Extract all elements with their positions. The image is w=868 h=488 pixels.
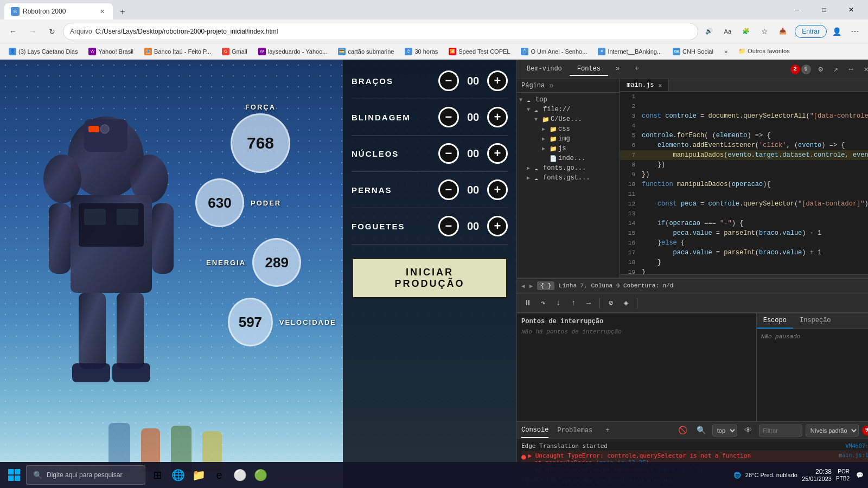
translate-button[interactable]: Aa: [719, 23, 736, 40]
foguetes-plus-button[interactable]: +: [487, 216, 508, 236]
new-tab-button[interactable]: +: [115, 4, 130, 20]
bookmark-10[interactable]: ✕Internet__BAnking...: [593, 47, 666, 56]
bookmark-2[interactable]: WYahoo! Brasil: [84, 47, 138, 56]
debug-step-into-button[interactable]: ↓: [552, 297, 565, 310]
more-button[interactable]: ⋯: [846, 23, 864, 40]
windows-start-button[interactable]: [4, 465, 24, 485]
maximize-button[interactable]: □: [812, 1, 837, 18]
tree-item-js[interactable]: ▶ 📁 js: [517, 144, 620, 153]
debug-step-out-button[interactable]: ↑: [567, 297, 580, 310]
tree-item-fonts1[interactable]: ▶ ☁ fonts.go...: [517, 163, 620, 173]
tree-item-fonts2[interactable]: ▶ ☁ fonts.gst...: [517, 173, 620, 183]
forward-button[interactable]: →: [24, 23, 41, 40]
bookmark-9[interactable]: 💍O Um Anel - Senho...: [516, 47, 591, 56]
nucleos-minus-button[interactable]: −: [438, 143, 459, 164]
bracos-minus-button[interactable]: −: [438, 70, 459, 91]
console-tab-active[interactable]: Console: [521, 423, 548, 438]
debug-continue-button[interactable]: →: [582, 297, 595, 310]
reload-button[interactable]: ↻: [43, 23, 61, 40]
tree-item-cusers[interactable]: ▼ 📁 C/Use...: [517, 114, 620, 124]
console-tab-problems[interactable]: Problemas: [553, 423, 597, 438]
minimize-button[interactable]: ─: [784, 1, 809, 18]
code-tab-close-icon[interactable]: ✕: [658, 82, 662, 89]
devtools-share-button[interactable]: ↗: [828, 62, 844, 77]
devtools-settings-button[interactable]: ⚙: [813, 62, 828, 77]
bookmark-5[interactable]: Wlayseduardo - Yahoo...: [254, 47, 332, 56]
tree-label-cusers: C/Use...: [551, 115, 582, 123]
tree-item-index[interactable]: 📄 inde...: [517, 153, 620, 163]
tree-arrow-fonts1: ▶: [527, 165, 534, 171]
taskbar-task-view-button[interactable]: ⊞: [148, 465, 167, 485]
taskbar-app-icon[interactable]: 🟢: [251, 465, 270, 485]
blindagem-plus-button[interactable]: +: [487, 107, 508, 127]
tree-item-img[interactable]: ▶ 📁 img: [517, 134, 620, 144]
devtools-menu-button[interactable]: ⋯: [844, 62, 859, 77]
taskbar-file-explorer-icon[interactable]: 📁: [189, 465, 208, 485]
tree-label-css: css: [558, 125, 570, 133]
code-line-10: 10function manipulaDados(operacao){: [620, 179, 868, 189]
tree-item-top[interactable]: ▼ ☁ top: [517, 95, 620, 105]
nav-arrow-left[interactable]: ◀: [521, 282, 525, 290]
signin-button[interactable]: Entrar: [795, 25, 827, 38]
tree-item-css[interactable]: ▶ 📁 css: [517, 124, 620, 134]
console-level-select[interactable]: Níveis padrão: [806, 425, 859, 436]
bookmark-11[interactable]: 🪪CNH Social: [668, 47, 718, 56]
taskbar-ie-icon[interactable]: e: [209, 465, 229, 485]
bookmark-1[interactable]: 👤(3) Lays Caetano Dias: [4, 47, 82, 56]
bookmark-3[interactable]: 🏦Banco Itaú - Feito P...: [140, 47, 215, 56]
bookmark-more[interactable]: »: [720, 47, 732, 56]
bookmark-8[interactable]: 📶Speed Test COPEL: [444, 47, 514, 56]
horizontal-scrollbar[interactable]: [620, 274, 868, 278]
console-entry-1-source[interactable]: VM4607:2: [846, 443, 868, 449]
bookmark-6[interactable]: 💳cartão submarine: [334, 47, 398, 56]
bookmark-others[interactable]: 📁 Outros favoritos: [734, 47, 794, 56]
console-clear-button[interactable]: 🚫: [675, 423, 691, 438]
read-aloud-button[interactable]: 🔊: [700, 23, 718, 40]
console-context-select[interactable]: top: [712, 425, 737, 436]
nav-arrow-right[interactable]: ▶: [529, 282, 533, 290]
taskbar-search-box[interactable]: 🔍 Digite aqui para pesquisar: [26, 465, 145, 485]
debug-dont-pause-button[interactable]: ◈: [620, 297, 633, 310]
taskbar-edge-icon[interactable]: 🌐: [168, 465, 188, 485]
devtools-tab-bemvindo[interactable]: Bem-vindo: [519, 63, 570, 76]
tab-close-button[interactable]: ✕: [98, 7, 106, 16]
devtools-tab-more[interactable]: »: [608, 63, 627, 76]
console-tab-add[interactable]: +: [601, 423, 614, 438]
console-filter-input[interactable]: [759, 425, 802, 436]
devtools-tab-fontes[interactable]: Fontes: [570, 63, 608, 76]
taskbar-notification-button[interactable]: 💬: [856, 472, 864, 479]
nucleos-plus-button[interactable]: +: [487, 143, 508, 164]
pernas-minus-button[interactable]: −: [438, 179, 459, 200]
close-button[interactable]: ✕: [839, 1, 864, 18]
tree-item-file[interactable]: ▼ ☁ file://: [517, 105, 620, 114]
code-tab-mainjs[interactable]: main.js ✕: [620, 79, 669, 91]
inspect-tab[interactable]: Inspeção: [793, 313, 838, 329]
blindagem-minus-button[interactable]: −: [438, 107, 459, 127]
bracos-plus-button[interactable]: +: [487, 70, 508, 91]
debug-pause-button[interactable]: ⏸: [521, 297, 534, 310]
debug-deactivate-button[interactable]: ⊘: [604, 297, 617, 310]
devtools-tab-new[interactable]: +: [627, 63, 646, 76]
scope-badge[interactable]: { }: [537, 281, 554, 290]
taskbar-chrome-icon[interactable]: ⚪: [230, 465, 250, 485]
favorites-button[interactable]: ☆: [756, 23, 773, 40]
collections-button[interactable]: 📥: [774, 23, 792, 40]
bookmark-4[interactable]: GGmail: [218, 47, 252, 56]
back-button[interactable]: ←: [4, 23, 22, 40]
tree-expand-icon[interactable]: »: [549, 81, 553, 90]
console-filter-icon[interactable]: 🔍: [694, 423, 709, 438]
console-entry-1: Edge Translation started VM4607:2: [521, 441, 868, 451]
bookmark-7[interactable]: ⏱30 horas: [400, 47, 442, 56]
active-tab[interactable]: R Robotron 2000 ✕: [4, 3, 113, 20]
scope-tab[interactable]: Escopo: [757, 313, 793, 329]
foguetes-minus-button[interactable]: −: [438, 216, 459, 236]
start-production-button[interactable]: INICIAR PRODUÇÃO: [352, 258, 508, 299]
console-eye-button[interactable]: 👁: [741, 423, 756, 438]
profile-button[interactable]: 👤: [828, 23, 845, 40]
devtools-close-button[interactable]: ✕: [859, 62, 868, 77]
extensions-button[interactable]: 🧩: [737, 23, 755, 40]
debug-step-over-button[interactable]: ↷: [537, 297, 550, 310]
console-error-source[interactable]: main.js:12: [839, 452, 869, 458]
address-bar[interactable]: Arquivo C:/Users/Lays/Desktop/robotron-2…: [63, 23, 698, 40]
pernas-plus-button[interactable]: +: [487, 179, 508, 200]
